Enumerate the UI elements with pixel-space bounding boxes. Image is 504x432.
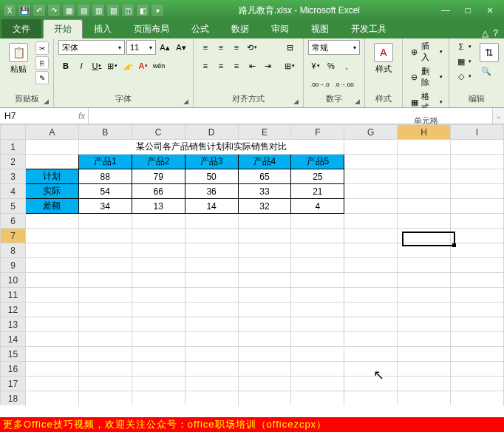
tab-layout[interactable]: 页面布局	[123, 19, 180, 38]
cell[interactable]	[25, 332, 78, 347]
row-header[interactable]: 15	[1, 347, 26, 362]
number-launcher-icon[interactable]: ◢	[355, 98, 360, 105]
cell[interactable]: 14	[185, 199, 238, 214]
cell[interactable]	[132, 229, 185, 243]
row-header[interactable]: 13	[1, 317, 26, 332]
cell[interactable]	[78, 273, 132, 288]
cell[interactable]: 79	[132, 169, 185, 184]
cell[interactable]	[132, 214, 185, 229]
column-header[interactable]: C	[132, 125, 185, 140]
cell[interactable]	[185, 332, 238, 347]
cell[interactable]: 产品2	[132, 155, 185, 169]
cell[interactable]	[291, 317, 344, 332]
row-header[interactable]: 10	[1, 273, 26, 288]
cell[interactable]	[78, 347, 132, 362]
cell[interactable]	[344, 288, 398, 303]
cell[interactable]	[78, 377, 132, 391]
cut-icon[interactable]: ✂	[35, 41, 49, 55]
cell[interactable]	[25, 273, 78, 288]
cell[interactable]	[451, 347, 504, 362]
cell[interactable]	[132, 258, 185, 273]
cell[interactable]	[291, 214, 344, 229]
cell[interactable]	[291, 347, 344, 362]
tab-file[interactable]: 文件	[1, 19, 41, 38]
cell[interactable]	[451, 288, 504, 303]
cell[interactable]	[25, 155, 78, 169]
align-bottom-icon[interactable]: ≡	[229, 40, 244, 55]
row-header[interactable]: 5	[1, 199, 26, 214]
clipboard-launcher-icon[interactable]: ◢	[44, 98, 49, 105]
cell[interactable]	[344, 214, 398, 229]
cell[interactable]: 产品3	[185, 155, 238, 169]
cell[interactable]	[291, 258, 344, 273]
cell[interactable]	[344, 184, 398, 199]
cell[interactable]	[238, 347, 291, 362]
cell[interactable]	[132, 303, 185, 317]
cell[interactable]: 50	[185, 169, 238, 184]
cell[interactable]	[291, 273, 344, 288]
cell[interactable]: 33	[238, 184, 291, 199]
cell[interactable]	[78, 258, 132, 273]
cell[interactable]: 4	[291, 199, 344, 214]
qat-btn-2[interactable]: ▤	[77, 4, 90, 17]
cell[interactable]: 21	[291, 184, 344, 199]
select-all-corner[interactable]	[1, 125, 26, 140]
cell[interactable]	[185, 303, 238, 317]
row-header[interactable]: 2	[1, 155, 26, 169]
cell[interactable]	[291, 288, 344, 303]
align-left-icon[interactable]: ≡	[198, 58, 213, 73]
qat-btn-1[interactable]: ▦	[62, 4, 75, 17]
bold-button[interactable]: B	[58, 58, 73, 73]
grow-font-icon[interactable]: A▴	[157, 40, 172, 55]
cell[interactable]	[185, 391, 238, 406]
paste-button[interactable]: 📋 粘贴	[4, 40, 33, 75]
fill-color-button[interactable]: ◢▾	[120, 58, 135, 73]
cell[interactable]	[132, 377, 185, 391]
minimize-button[interactable]: —	[435, 3, 457, 18]
percent-icon[interactable]: %	[324, 58, 338, 73]
row-header[interactable]: 16	[1, 362, 26, 377]
close-button[interactable]: ×	[479, 3, 501, 18]
row-header[interactable]: 6	[1, 214, 26, 229]
currency-icon[interactable]: ¥▾	[308, 58, 323, 73]
cell[interactable]	[238, 303, 291, 317]
cell[interactable]	[132, 362, 185, 377]
merge-button[interactable]: ⊞▾	[281, 58, 299, 73]
cell[interactable]	[344, 347, 398, 362]
column-header[interactable]: H	[398, 125, 451, 140]
column-header[interactable]: E	[238, 125, 291, 140]
cell[interactable]	[451, 184, 504, 199]
cell[interactable]	[238, 273, 291, 288]
phonetic-button[interactable]: wén	[151, 58, 166, 73]
comma-icon[interactable]: ,	[339, 58, 354, 73]
cell[interactable]	[185, 214, 238, 229]
font-name-combo[interactable]: 宋体▾	[58, 40, 125, 55]
row-header[interactable]: 17	[1, 377, 26, 391]
row-header[interactable]: 7	[1, 229, 26, 243]
cell[interactable]	[344, 377, 398, 391]
cell[interactable]	[25, 391, 78, 406]
cell[interactable]	[451, 243, 504, 258]
cell[interactable]	[185, 229, 238, 243]
cell[interactable]	[185, 288, 238, 303]
help-icon[interactable]: ?	[493, 28, 498, 38]
cell[interactable]	[25, 317, 78, 332]
cell[interactable]	[185, 347, 238, 362]
cell[interactable]	[451, 199, 504, 214]
cell[interactable]	[25, 303, 78, 317]
cell[interactable]	[132, 273, 185, 288]
sort-filter-button[interactable]: ⇅	[479, 40, 500, 62]
cell[interactable]: 65	[238, 169, 291, 184]
column-header[interactable]: F	[291, 125, 344, 140]
qat-btn-4[interactable]: ▧	[106, 4, 120, 17]
row-header[interactable]: 3	[1, 169, 26, 184]
delete-cells-button[interactable]: ⊖删除▾	[407, 65, 444, 89]
cell[interactable]	[451, 169, 504, 184]
fx-icon[interactable]: fx	[78, 111, 85, 121]
cell[interactable]	[291, 243, 344, 258]
cell[interactable]: 34	[78, 199, 132, 214]
cell[interactable]	[291, 377, 344, 391]
cell[interactable]	[25, 258, 78, 273]
align-right-icon[interactable]: ≡	[229, 58, 244, 73]
cell[interactable]	[78, 391, 132, 406]
